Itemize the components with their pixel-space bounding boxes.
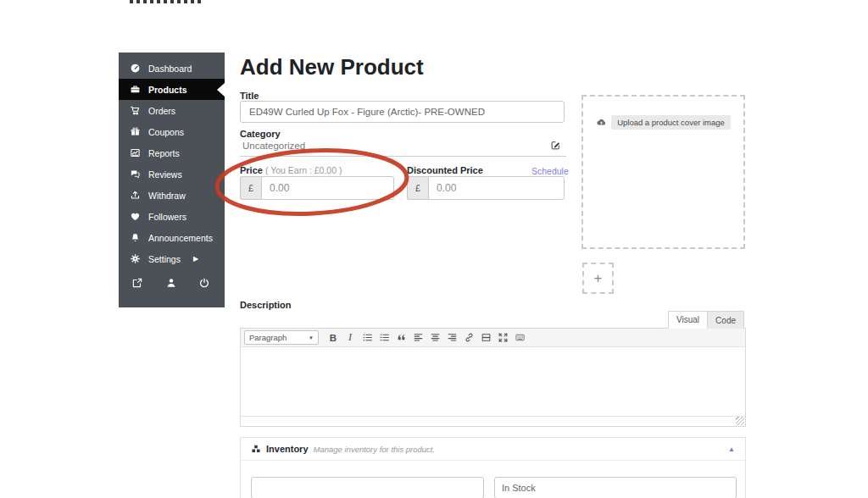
upload-icon — [130, 190, 141, 201]
editor-toolbar: Paragraph ▼ B I — [241, 329, 745, 347]
sidebar-item-followers[interactable]: Followers — [119, 206, 225, 227]
description-label: Description — [240, 300, 292, 310]
briefcase-icon — [130, 84, 141, 95]
external-link-icon[interactable] — [131, 277, 143, 292]
title-input[interactable] — [240, 101, 565, 123]
resize-grip[interactable] — [736, 417, 744, 425]
edit-icon[interactable] — [550, 140, 561, 151]
sidebar-item-label: Withdraw — [148, 191, 186, 201]
power-icon[interactable] — [198, 277, 210, 292]
toolbar-toggle-button[interactable] — [512, 330, 527, 345]
blockquote-button[interactable] — [393, 330, 409, 345]
sidebar-item-label: Followers — [148, 212, 186, 222]
align-right-button[interactable] — [444, 330, 459, 345]
sidebar-item-reports[interactable]: Reports — [119, 142, 225, 163]
bold-button[interactable]: B — [326, 330, 341, 345]
submenu-caret-icon: ▶ — [193, 256, 198, 263]
price-input[interactable] — [261, 176, 394, 200]
sidebar-item-label: Announcements — [148, 233, 213, 243]
tab-visual[interactable]: Visual — [668, 311, 708, 329]
description-editor: Visual Code Paragraph ▼ B I — [240, 311, 746, 427]
bell-icon — [130, 232, 141, 243]
sidebar-footer — [119, 269, 225, 292]
ordered-list-button[interactable] — [376, 330, 392, 345]
inventory-subtitle: Manage inventory for this product. — [314, 445, 436, 454]
price-label-text: Price — [240, 165, 263, 175]
sidebar-item-reviews[interactable]: Reviews — [119, 163, 225, 185]
category-field[interactable]: Uncategorized — [240, 138, 566, 157]
sku-input[interactable] — [251, 477, 484, 498]
cloud-upload-icon — [596, 117, 607, 128]
title-label: Title — [240, 91, 259, 101]
upload-cover-button[interactable]: Upload a product cover image — [583, 115, 743, 130]
sidebar-item-settings[interactable]: Settings ▶ — [119, 248, 225, 269]
paragraph-dropdown[interactable]: Paragraph ▼ — [244, 330, 319, 345]
sidebar-item-products[interactable]: Products — [119, 79, 225, 100]
sidebar-item-label: Settings — [148, 254, 181, 264]
chart-icon — [130, 147, 141, 158]
inventory-header[interactable]: Inventory Manage inventory for this prod… — [241, 438, 745, 461]
paragraph-dropdown-label: Paragraph — [249, 333, 287, 342]
insert-more-button[interactable] — [478, 330, 493, 345]
sidebar-item-label: Dashboard — [148, 64, 192, 74]
you-earn-note: ( You Earn : £0.00 ) — [265, 165, 342, 175]
cubes-icon — [251, 444, 261, 454]
stock-status-select[interactable]: In Stock — [494, 477, 737, 498]
schedule-link[interactable]: Schedule — [531, 166, 569, 176]
italic-button[interactable]: I — [342, 330, 358, 345]
price-field: £ — [240, 176, 394, 200]
sidebar-item-label: Orders — [148, 106, 175, 116]
user-icon[interactable] — [165, 277, 177, 292]
gear-icon — [130, 253, 141, 264]
inventory-title: Inventory — [266, 444, 309, 454]
sidebar-item-dashboard[interactable]: Dashboard — [119, 58, 225, 79]
comments-icon — [130, 169, 141, 180]
sidebar-item-label: Reviews — [148, 169, 182, 180]
page-title: Add New Product — [240, 54, 424, 80]
price-label: Price ( You Earn : £0.00 ) — [240, 165, 342, 175]
fullscreen-button[interactable] — [495, 330, 510, 345]
sidebar-item-label: Coupons — [148, 127, 184, 137]
cover-image-dropzone[interactable]: Upload a product cover image — [581, 95, 745, 249]
sidebar-item-withdraw[interactable]: Withdraw — [119, 185, 225, 206]
heart-icon — [130, 211, 141, 222]
chevron-down-icon: ▼ — [309, 335, 314, 340]
gauge-icon — [130, 63, 141, 74]
discounted-price-label: Discounted Price — [407, 165, 483, 175]
sidebar-item-label: Reports — [148, 148, 180, 158]
editor-statusbar — [241, 416, 745, 426]
cropped-text-artifact — [130, 0, 204, 3]
currency-addon: £ — [240, 176, 261, 200]
currency-addon: £ — [407, 176, 428, 200]
plus-icon: + — [594, 270, 603, 287]
unordered-list-button[interactable] — [359, 330, 375, 345]
align-left-button[interactable] — [410, 330, 426, 345]
link-button[interactable] — [461, 330, 476, 345]
category-value: Uncategorized — [242, 141, 305, 151]
discounted-price-field: £ — [407, 176, 565, 200]
sidebar: Dashboard Products Orders Coupons Report — [119, 53, 225, 307]
page: Dashboard Products Orders Coupons Report — [0, 0, 868, 498]
discounted-price-input[interactable] — [428, 176, 565, 200]
sidebar-item-announcements[interactable]: Announcements — [119, 227, 225, 248]
stock-status-value: In Stock — [502, 483, 536, 493]
collapse-arrow-icon[interactable]: ▲ — [728, 445, 735, 453]
description-textarea[interactable] — [241, 347, 745, 416]
inventory-section: Inventory Manage inventory for this prod… — [240, 437, 746, 498]
gift-icon — [130, 126, 141, 137]
sidebar-item-label: Products — [148, 85, 187, 95]
editor-box: Paragraph ▼ B I — [240, 328, 746, 427]
upload-cover-label: Upload a product cover image — [611, 115, 731, 130]
align-center-button[interactable] — [427, 330, 442, 345]
sidebar-item-orders[interactable]: Orders — [119, 100, 225, 121]
tab-code[interactable]: Code — [708, 311, 744, 329]
cart-icon — [130, 105, 141, 116]
add-gallery-image-button[interactable]: + — [582, 263, 614, 294]
editor-tabs: Visual Code — [668, 311, 744, 329]
sidebar-item-coupons[interactable]: Coupons — [119, 121, 225, 142]
